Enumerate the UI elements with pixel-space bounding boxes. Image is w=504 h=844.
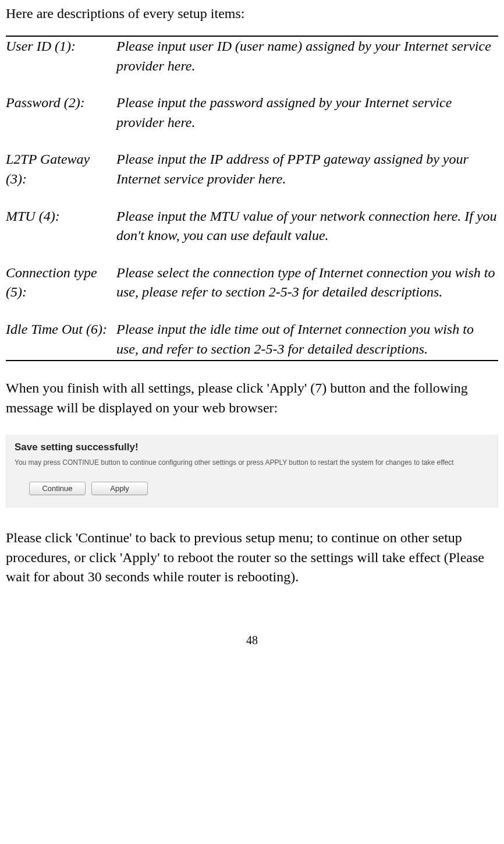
table-row: Password (2): Please input the password … [6,93,498,150]
table-row: User ID (1): Please input user ID (user … [6,37,498,93]
item-label: Password (2): [6,93,116,150]
table-row: Idle Time Out (6): Please input the idle… [6,320,498,360]
item-label: Idle Time Out (6): [6,320,116,360]
item-description: Please select the connection type of Int… [116,263,498,320]
item-description: Please input user ID (user name) assigne… [116,37,498,93]
item-description: Please input the idle time out of Intern… [116,320,498,360]
item-label: User ID (1): [6,37,116,93]
after-table-text: When you finish with all settings, pleas… [6,379,498,418]
dialog-title: Save setting successfully! [15,442,489,453]
dialog-text: You may press CONTINUE button to continu… [15,458,489,468]
item-label: L2TP Gateway (3): [6,150,116,206]
intro-text: Here are descriptions of every setup ite… [6,6,498,22]
save-dialog: Save setting successfully! You may press… [6,435,498,507]
table-row: Connection type (5): Please select the c… [6,263,498,320]
page-number: 48 [6,634,498,647]
apply-button[interactable]: Apply [91,482,148,495]
post-dialog-text: Please click 'Continue' to back to previ… [6,528,498,587]
item-description: Please input the password assigned by yo… [116,93,498,150]
setup-items-table: User ID (1): Please input user ID (user … [6,37,498,360]
table-row: L2TP Gateway (3): Please input the IP ad… [6,150,498,206]
item-label: Connection type (5): [6,263,116,320]
item-label: MTU (4): [6,207,116,263]
item-description: Please input the MTU value of your netwo… [116,207,498,263]
continue-button[interactable]: Continue [29,482,86,495]
table-row: MTU (4): Please input the MTU value of y… [6,207,498,263]
divider-bottom [6,360,498,361]
item-description: Please input the IP address of PPTP gate… [116,150,498,206]
dialog-button-row: Continue Apply [15,482,489,495]
